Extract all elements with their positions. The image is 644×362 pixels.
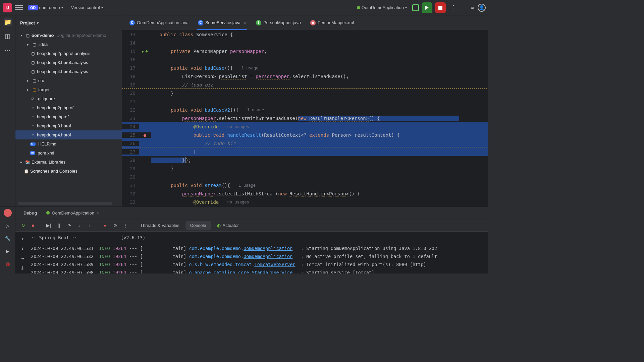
tree-item[interactable]: ▢heapdump3.hprof.analysis [15, 58, 122, 67]
console-output[interactable]: ↑ ↓ ⇥ ⤓ :: Spring Boot :: (v2.6.13) 2024… [15, 232, 488, 274]
tree-item[interactable]: ≡heapdump3.hprof [15, 121, 122, 130]
left-toolbar-bottom: ▷ 🔧 ▶ 🐞 [0, 207, 15, 274]
tree-item[interactable]: ▢heapdump2p.hprof.analysis [15, 49, 122, 58]
tree-item[interactable]: ▸▢src [15, 76, 122, 85]
mute-bp-icon[interactable]: ⊘ [111, 222, 119, 229]
bottom-panel: ▷ 🔧 ▶ 🐞 Debug OomDemoApplication× ↻ ■ ▶∥… [0, 206, 488, 274]
debug-tab[interactable]: Debug [19, 208, 41, 218]
more-tool-icon[interactable]: ⋯ [4, 46, 12, 54]
project-badge: OD [28, 5, 38, 10]
stop-button[interactable] [435, 2, 446, 13]
scrollbar-horizontal[interactable] [18, 202, 112, 205]
project-selector[interactable]: OD oom-demo ▾ [25, 4, 66, 12]
tree-root[interactable]: ▾▢ oom-demo D:\github-repo\oom-demo [15, 31, 122, 40]
tree-item[interactable]: ▸▢target [15, 85, 122, 94]
debug-config-tab[interactable]: OomDemoApplication× [42, 208, 103, 218]
topbar: IJ OD oom-demo ▾ Version control ▾ OomDe… [0, 0, 488, 15]
editor: COomDemoApplication.java CSomeService.ja… [122, 15, 488, 206]
step-out-icon[interactable]: ↑ [86, 222, 93, 229]
log-line: 2024-10-09 22:49:07.589 INFO 19264 --- [… [30, 260, 488, 268]
tree-item[interactable]: ≡heapdump2p.hprof [15, 103, 122, 112]
gutter-bean-icon[interactable]: ♠ [145, 49, 148, 54]
run-dash-icon[interactable]: ▶ [4, 247, 12, 255]
build-icon[interactable]: 🔧 [4, 234, 12, 242]
structure-tool-icon[interactable]: ◫ [4, 32, 12, 40]
services-icon[interactable]: ▷ [4, 222, 12, 230]
soft-wrap-icon[interactable]: ⇥ [19, 255, 26, 262]
avatar-icon[interactable]: 👤 [478, 4, 486, 12]
gutter-override-icon[interactable]: ● [144, 132, 146, 138]
rerun-icon[interactable]: ↻ [19, 222, 27, 229]
more-menu-icon[interactable]: ⋮ [448, 4, 459, 11]
project-header[interactable]: Project▾ [15, 15, 122, 30]
tree-item[interactable]: ⊘.gitignore [15, 94, 122, 103]
spring-icon [46, 211, 50, 215]
project-tool-icon[interactable]: 📁 [4, 18, 12, 26]
tree-item[interactable]: ▸▢.idea [15, 40, 122, 49]
external-libraries[interactable]: ▸📚External Libraries [15, 158, 122, 167]
tab-someservice[interactable]: CSomeService.java× [193, 15, 251, 30]
tree-item-selected[interactable]: ≡heapdump4.hprof [15, 130, 122, 139]
left-toolbar: 📁 ◫ ⋯ [0, 15, 15, 206]
hamburger-icon[interactable] [15, 4, 23, 12]
gutter-run-icon[interactable]: ▸ [142, 49, 145, 54]
close-icon[interactable]: × [96, 210, 99, 216]
code-with-me-icon[interactable]: ⚭ [470, 4, 475, 11]
log-line: 2024-10-09 22:49:06.532 INFO 19264 --- [… [30, 252, 488, 260]
log-line: 2024-10-09 22:49:07.598 INFO 19264 --- [… [30, 268, 488, 274]
stop-debug-icon[interactable]: ■ [30, 222, 37, 229]
resume-icon[interactable]: ▶∥ [45, 222, 53, 229]
tree-item[interactable]: mpom.xml [15, 148, 122, 158]
code-area[interactable]: 13 public class SomeService { 14 15▸♠ pr… [122, 30, 488, 206]
spring-icon [357, 6, 360, 9]
debug-toolbar: ↻ ■ ▶∥ ∥ ↷ ↓ ↑ ● ⊘ ⋮ Threads & Variables… [15, 219, 488, 232]
step-into-icon[interactable]: ↓ [75, 222, 83, 229]
scroll-end-icon[interactable]: ⤓ [19, 264, 26, 272]
project-tree: ▾▢ oom-demo D:\github-repo\oom-demo ▸▢.i… [15, 30, 122, 200]
log-line: 2024-10-09 22:49:06.531 INFO 19264 --- [… [30, 244, 488, 252]
editor-tabs: COomDemoApplication.java CSomeService.ja… [122, 15, 488, 30]
split-icon[interactable] [412, 4, 419, 11]
tree-item[interactable]: ≡heapdump.hprof [15, 112, 122, 121]
tab-oomdemo[interactable]: COomDemoApplication.java [125, 15, 193, 30]
profiler-icon[interactable] [4, 209, 12, 217]
tree-item[interactable]: M↓HELP.md [15, 139, 122, 148]
step-over-icon[interactable]: ↷ [65, 222, 73, 229]
threads-tab[interactable]: Threads & Variables [136, 221, 184, 230]
scratches[interactable]: 📋Scratches and Consoles [15, 167, 122, 176]
pause-icon[interactable]: ∥ [55, 222, 63, 229]
main-area: 📁 ◫ ⋯ Project▾ ▾▢ oom-demo D:\github-rep… [0, 15, 488, 206]
version-control-menu[interactable]: Version control ▾ [68, 4, 106, 11]
scroll-down-icon[interactable]: ↓ [19, 245, 26, 252]
app-logo: IJ [3, 3, 12, 12]
run-config-selector[interactable]: OomDemoApplication ▾ [354, 4, 410, 11]
debug-dash-icon[interactable]: 🐞 [4, 260, 12, 268]
close-icon[interactable]: × [244, 20, 247, 25]
actuator-tab[interactable]: ◐Actuator [212, 221, 244, 230]
console-tab[interactable]: Console [185, 221, 211, 230]
more-icon[interactable]: ⋮ [121, 222, 129, 229]
tab-personmapper-java[interactable]: IPersonMapper.java [251, 15, 306, 30]
run-button[interactable] [422, 2, 432, 13]
breakpoints-icon[interactable]: ● [101, 222, 109, 229]
tab-personmapper-xml[interactable]: ◆PersonMapper.xml [306, 15, 359, 30]
project-panel: Project▾ ▾▢ oom-demo D:\github-repo\oom-… [15, 15, 122, 206]
scroll-up-icon[interactable]: ↑ [19, 235, 26, 242]
debug-tabs: Debug OomDemoApplication× [15, 207, 488, 219]
tree-item[interactable]: ▢heapdump4.hprof.analysis [15, 67, 122, 76]
